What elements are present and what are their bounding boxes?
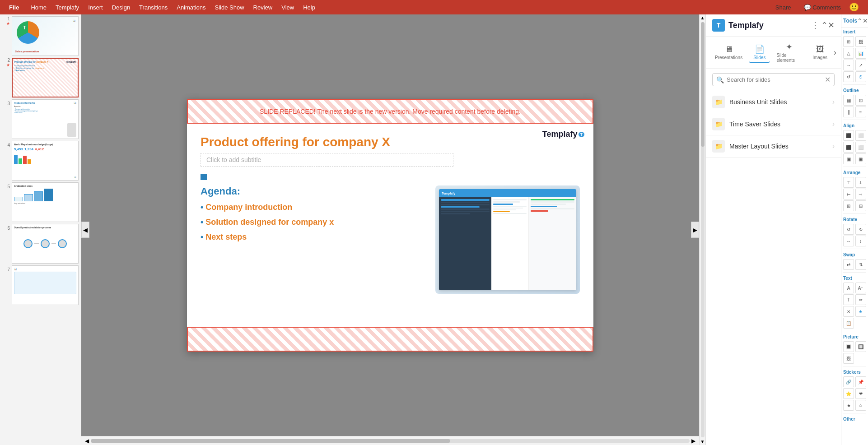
tool-table-btn[interactable]: ⊞ [843,36,854,47]
slide-content: Templafy T Product offering for company … [187,126,593,324]
tab-images[interactable]: 🖼 Images [808,43,832,62]
search-clear-button[interactable]: ✕ [825,75,831,84]
category-time-saver[interactable]: 📁 Time Saver Slides › [706,113,841,135]
view-menu-item[interactable]: View [277,2,299,13]
tools-text-label: Text [841,274,868,282]
outline-btn-4[interactable]: ≡ [855,107,866,117]
templafy-close-button[interactable]: ✕ [828,20,835,30]
slide-thumb-4[interactable]: World Map chart new design (Large) 5,453… [12,141,79,181]
slideshow-menu-item[interactable]: Slide Show [210,2,249,13]
arrange-btn-6[interactable]: ⊟ [855,200,866,211]
text-btn-4[interactable]: ✏ [855,294,866,305]
slide-subtitle[interactable]: Click to add subtitle [201,153,453,167]
slide-thumb-2[interactable]: Product offering for company X • Company… [12,58,79,97]
help-menu-item[interactable]: Help [299,2,320,13]
tool-chart-btn[interactable]: 📊 [855,48,866,59]
tool-arrow-btn[interactable]: → [843,60,854,70]
canvas-nav-right[interactable]: ▶ [691,222,699,238]
templafy-menu-item[interactable]: Templafy [51,2,84,13]
tools-align-label: Align [841,121,868,129]
align-left-btn[interactable]: ⬛ [843,130,854,141]
share-button[interactable]: Share [771,2,796,13]
category-master-layout[interactable]: 📁 Master Layout Slides › [706,135,841,158]
slide-thumb-7[interactable]: 📊 [12,265,79,305]
arrange-btn-2[interactable]: ⊥ [855,177,866,188]
arrange-btn-3[interactable]: ⊢ [843,189,854,199]
animations-menu-item[interactable]: Animations [172,2,210,13]
tools-other-label: Other [841,415,868,422]
align-middle-btn[interactable]: ▣ [843,153,854,164]
text-btn-5[interactable]: ✕ [843,306,854,317]
arrange-btn-1[interactable]: ⊤ [843,177,854,188]
scroll-down-btn[interactable]: ▼ [700,439,705,444]
home-menu-item[interactable]: Home [26,2,51,13]
align-bottom-btn[interactable]: ▣ [855,153,866,164]
align-center-btn[interactable]: ⬜ [855,130,866,141]
agenda-screenshot: Templafy [435,185,580,294]
comments-button[interactable]: 💬 Comments [799,2,845,13]
tool-picture-insert-btn[interactable]: 🖼 [855,36,866,47]
time-saver-icon: 📁 [712,118,725,130]
slide-bottom-stripe [187,327,593,352]
rotate-right-btn[interactable]: ↻ [855,224,866,235]
scroll-right-btn[interactable]: ▶ [691,438,695,444]
review-menu-item[interactable]: Review [249,2,277,13]
slide-thumb-6[interactable]: Overall product validation process [12,224,79,264]
flip-h-btn[interactable]: ↔ [843,236,854,246]
slide-thumb-1[interactable]: T Sales presentation 📊 [12,16,79,56]
category-business-unit[interactable]: 📁 Business Unit Slides › [706,91,841,113]
sticker-btn-5[interactable]: ★ [843,400,854,411]
tab-slide-elements[interactable]: ✦ Slide elements [772,40,806,65]
slide-thumb-3[interactable]: Product offering for Agenda: • Company i… [12,99,79,139]
tool-connector-btn[interactable]: ↗ [855,60,866,70]
picture-btn-2[interactable]: 🔲 [855,341,866,352]
tool-shape-btn[interactable]: △ [843,48,854,59]
vertical-scrollbar[interactable]: ▲ ▼ [699,14,705,445]
transitions-menu-item[interactable]: Transitions [135,2,172,13]
sticker-btn-4[interactable]: ❤ [855,388,866,399]
sticker-btn-1[interactable]: 🔗 [843,376,854,387]
tool-rotate-btn[interactable]: ↺ [843,71,854,82]
canvas-nav-left[interactable]: ◀ [81,222,89,238]
picture-btn-1[interactable]: 🔳 [843,341,854,352]
tabs-expand-icon[interactable]: › [834,48,836,57]
arrange-btn-4[interactable]: ⊣ [855,189,866,199]
sticker-btn-6[interactable]: ☆ [855,400,866,411]
text-btn-3[interactable]: T [843,294,854,305]
chevron-right-icon: › [832,98,835,106]
sticker-btn-3[interactable]: ⭐ [843,388,854,399]
arrange-btn-5[interactable]: ⊞ [843,200,854,211]
search-input[interactable] [727,76,822,83]
picture-btn-3[interactable]: 🖼 [843,353,854,364]
rotate-left-btn[interactable]: ↺ [843,224,854,235]
slide-thumb-5[interactable]: Graduation steps Step labels here [12,182,79,222]
tool-clock-btn[interactable]: ⏱ [855,71,866,82]
outline-btn-1[interactable]: ▦ [843,95,854,106]
scroll-up-btn[interactable]: ▲ [700,15,705,20]
agenda-left: Agenda: • Company introduction • Solutio… [201,185,426,294]
align-top-btn[interactable]: ⬜ [855,142,866,153]
tab-presentations[interactable]: 🖥 Presentations [710,43,747,62]
templafy-expand-button[interactable]: ⌃ [821,20,828,30]
tools-panel-expand-button[interactable]: ⌃ [857,17,863,24]
outline-btn-2[interactable]: ⊡ [855,95,866,106]
swap-btn-1[interactable]: ⇄ [843,259,854,270]
horizontal-scrollbar[interactable]: ◀ ▶ [81,436,699,445]
tab-slides[interactable]: 📄 Slides [749,42,770,63]
design-menu-item[interactable]: Design [107,2,135,13]
align-right-btn[interactable]: ⬛ [843,142,854,153]
tools-panel-close-button[interactable]: ✕ [863,17,868,24]
text-btn-1[interactable]: A [843,283,854,293]
insert-menu-item[interactable]: Insert [84,2,107,13]
outline-btn-3[interactable]: ‖ [843,107,854,117]
templafy-more-icon[interactable]: ⋮ [811,20,819,30]
file-menu-button[interactable]: File [4,0,24,14]
sticker-btn-2[interactable]: 📌 [855,376,866,387]
scroll-left-btn[interactable]: ◀ [85,438,89,444]
swap-btn-2[interactable]: ⇅ [855,259,866,270]
text-btn-2[interactable]: A⁺ [855,283,866,293]
text-btn-7[interactable]: 📋 [843,318,854,329]
text-btn-6[interactable]: ★ [855,306,866,317]
flip-v-btn[interactable]: ↕ [855,236,866,246]
search-box[interactable]: 🔍 ✕ [712,73,835,86]
